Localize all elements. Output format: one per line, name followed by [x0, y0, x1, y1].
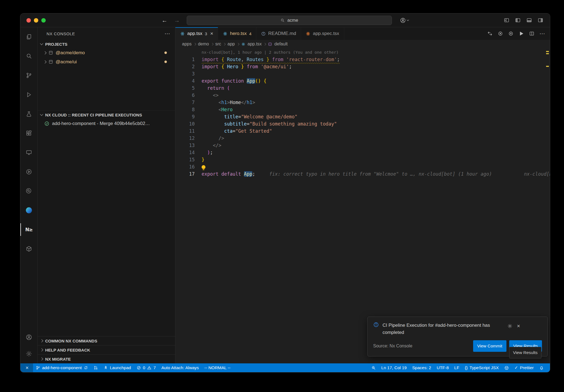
gitlens-blame-header[interactable]: nx-cloud[bot], 1 hour ago | 2 authors (Y… [175, 49, 550, 56]
line-content[interactable]: </> [202, 142, 221, 149]
problems-indicator[interactable]: 0 7 [134, 363, 159, 372]
line-number[interactable]: 5 [175, 85, 195, 92]
code-line[interactable]: 3 [175, 70, 550, 77]
pull-request-indicator[interactable] [91, 363, 101, 372]
line-content[interactable]: title="Welcome @acme/demo" [202, 113, 297, 120]
line-number[interactable]: 4 [175, 77, 195, 85]
pipeline-execution-item[interactable]: add-hero-component - Merge 409b44e5cb02… [38, 119, 175, 128]
toggle-sidebar-left-icon[interactable] [515, 17, 521, 23]
common-nx-commands-header[interactable]: COMMON NX COMMANDS [38, 336, 175, 345]
line-content[interactable]: return ( [202, 85, 230, 92]
tab-app-tsx[interactable]: app.tsx 3 × [175, 27, 218, 40]
project-item-acme-demo[interactable]: @acme/demo [38, 48, 175, 57]
edge-browser-icon[interactable] [20, 201, 37, 220]
line-content[interactable]: <> [202, 92, 218, 99]
code-line[interactable]: 12 /> [175, 135, 550, 142]
code-line[interactable]: 6 <> [175, 92, 550, 99]
tab-readme-md[interactable]: README.md [256, 27, 301, 40]
close-icon[interactable]: × [210, 31, 213, 37]
line-number[interactable]: 9 [175, 113, 195, 120]
projects-section-header[interactable]: PROJECTS [38, 40, 175, 48]
package-icon[interactable] [20, 239, 37, 258]
code-line[interactable]: 4export function App() { [175, 77, 550, 85]
code-line[interactable]: 10 subtitle="Build something amazing tod… [175, 120, 550, 127]
code-search-icon[interactable] [20, 181, 37, 201]
line-number[interactable]: 14 [175, 149, 195, 156]
code-line[interactable]: 7 <h1>Home</h1> [175, 99, 550, 106]
remote-indicator[interactable] [20, 363, 33, 372]
encoding-indicator[interactable]: UTF-8 [434, 363, 452, 372]
eol-indicator[interactable]: LF [452, 363, 462, 372]
split-editor-icon[interactable] [529, 31, 535, 36]
project-item-acme-ui[interactable]: @acme/ui [38, 57, 175, 66]
line-number[interactable]: 3 [175, 70, 195, 77]
line-content[interactable]: ); [202, 149, 213, 156]
breadcrumb-item[interactable]: default [274, 42, 288, 47]
command-center-search[interactable]: acme [187, 16, 392, 25]
close-window-button[interactable] [26, 18, 31, 23]
code-line[interactable]: 16 [175, 163, 550, 170]
source-control-icon[interactable] [20, 66, 37, 85]
open-changes-icon[interactable] [508, 31, 514, 36]
line-number[interactable]: 6 [175, 92, 195, 99]
code-line[interactable]: 14 ); [175, 149, 550, 156]
more-actions-icon[interactable]: ⋯ [165, 30, 170, 37]
customize-layout-icon[interactable] [504, 17, 509, 23]
settings-gear-icon[interactable] [20, 344, 37, 363]
forward-button[interactable]: → [174, 17, 180, 24]
compare-changes-icon[interactable] [487, 31, 493, 36]
zoom-indicator[interactable] [368, 363, 379, 372]
formatter-indicator[interactable]: ✓ Prettier [512, 363, 536, 372]
indentation-indicator[interactable]: Spaces: 2 [410, 363, 434, 372]
line-number[interactable]: 1 [175, 56, 195, 63]
breadcrumb-item[interactable]: demo [198, 42, 209, 47]
run-debug-icon[interactable] [20, 85, 37, 104]
line-content[interactable]: cta="Get Started" [202, 127, 272, 135]
notifications-bell[interactable] [536, 363, 547, 372]
line-number[interactable]: 2 [175, 63, 195, 70]
maximize-window-button[interactable] [41, 18, 46, 23]
line-content[interactable]: <Hero [202, 106, 233, 113]
code-line[interactable]: 15} [175, 156, 550, 163]
tab-app-spec-tsx[interactable]: app.spec.tsx [301, 27, 344, 40]
line-content[interactable]: } [202, 156, 204, 163]
auto-attach-indicator[interactable]: Auto Attach: Always [159, 363, 202, 372]
code-line[interactable]: 1import { Route, Routes } from 'react-ro… [175, 56, 550, 63]
target-icon[interactable] [498, 31, 503, 36]
back-button[interactable]: ← [162, 17, 167, 24]
code-editor[interactable]: nx-cloud[bot], 1 hour ago | 2 authors (Y… [175, 48, 550, 363]
feedback-indicator[interactable] [501, 363, 512, 372]
breadcrumb-item[interactable]: app [227, 42, 235, 47]
code-line[interactable]: 13 </> [175, 142, 550, 149]
branch-indicator[interactable]: add-hero-component [33, 363, 91, 372]
run-file-icon[interactable] [519, 31, 524, 36]
code-line[interactable]: 5 return ( [175, 85, 550, 92]
view-commit-button[interactable]: View Commit [473, 340, 506, 352]
line-number[interactable]: 15 [175, 156, 195, 163]
line-number[interactable]: 10 [175, 120, 195, 127]
help-and-feedback-header[interactable]: HELP AND FEEDBACK [38, 345, 175, 354]
line-content[interactable]: import { Route, Routes } from 'react-rou… [202, 56, 340, 63]
line-content[interactable] [202, 163, 205, 170]
play-circle-icon[interactable] [20, 162, 37, 181]
search-view-icon[interactable] [20, 47, 37, 66]
extensions-icon[interactable] [20, 124, 37, 143]
minimize-window-button[interactable] [34, 18, 38, 23]
line-number[interactable]: 17 [175, 170, 195, 178]
code-line[interactable]: 11 cta="Get Started" [175, 127, 550, 135]
code-line[interactable]: 8 <Hero [175, 106, 550, 113]
accounts-menu[interactable] [400, 17, 409, 23]
more-actions-icon[interactable]: ⋯ [539, 30, 545, 37]
line-content[interactable]: import { Hero } from '@acme/ui'; [202, 63, 292, 70]
line-number[interactable]: 12 [175, 135, 195, 142]
cursor-position[interactable]: Ln 17, Col 19 [379, 363, 410, 372]
line-content[interactable]: <h1>Home</h1> [202, 99, 255, 106]
gear-icon[interactable] [507, 323, 513, 329]
line-number[interactable]: 7 [175, 99, 195, 106]
remote-explorer-icon[interactable] [20, 143, 37, 162]
breadcrumb-item[interactable]: src [215, 42, 221, 47]
launchpad-indicator[interactable]: Launchpad [101, 363, 134, 372]
line-content[interactable]: /> [202, 135, 224, 142]
line-content[interactable]: export function App() { [202, 77, 267, 85]
code-line[interactable]: 2import { Hero } from '@acme/ui'; [175, 63, 550, 70]
